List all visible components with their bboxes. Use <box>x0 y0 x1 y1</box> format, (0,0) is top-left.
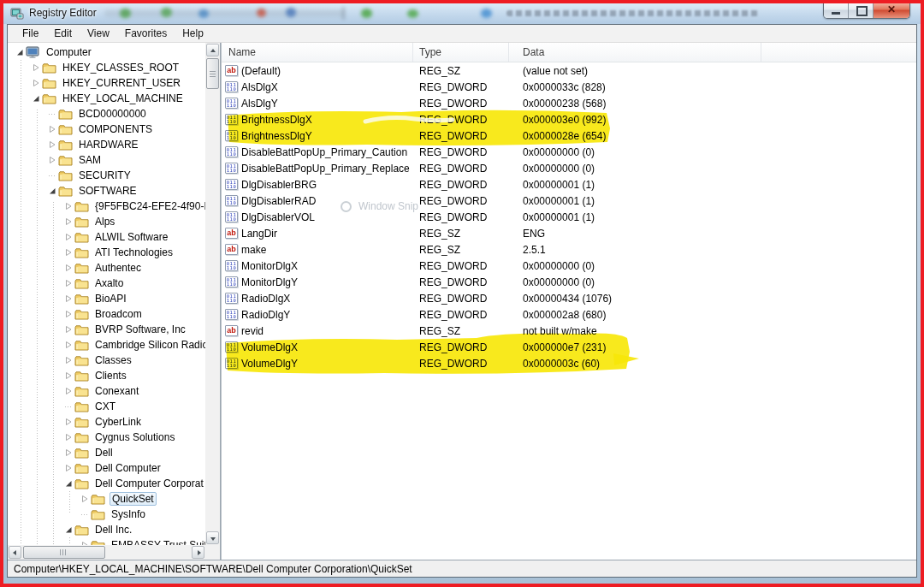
registry-value-default[interactable]: ab(Default)REG_SZ(value not set) <box>222 62 916 79</box>
value-type: REG_DWORD <box>413 114 509 126</box>
expander-icon[interactable] <box>65 383 74 399</box>
tree-item-label: BVRP Software, Inc <box>93 323 187 335</box>
registry-value-radiodlgx[interactable]: 011110RadioDlgXREG_DWORD0x00000434 (1076… <box>222 290 916 306</box>
expander-icon[interactable] <box>33 91 42 106</box>
scroll-up-button[interactable] <box>206 44 219 56</box>
menu-favorites[interactable]: Favorites <box>117 26 175 41</box>
registry-value-dlgdisablervol[interactable]: 011110DlgDisablerVOLREG_DWORD0x00000001 … <box>222 209 916 225</box>
registry-value-monitordlgx[interactable]: 011110MonitorDlgXREG_DWORD0x00000000 (0) <box>222 258 916 274</box>
expander-icon[interactable] <box>81 537 91 545</box>
registry-value-disablebattpopup-primary-replace[interactable]: 011110DisableBattPopUp_Primary_ReplaceRE… <box>222 160 916 176</box>
expander-icon[interactable] <box>65 445 74 460</box>
tree-vertical-scrollbar[interactable] <box>205 43 220 545</box>
registry-value-radiodlgy[interactable]: 011110RadioDlgYREG_DWORD0x000002a8 (680) <box>222 306 916 323</box>
minimize-button[interactable] <box>824 3 849 18</box>
scroll-down-button[interactable] <box>206 531 219 544</box>
expander-icon[interactable] <box>65 291 74 306</box>
menu-view[interactable]: View <box>80 26 117 41</box>
menu-edit[interactable]: Edit <box>46 26 80 41</box>
close-button[interactable] <box>874 3 909 18</box>
expander-icon[interactable] <box>65 476 74 491</box>
expander-icon[interactable] <box>81 491 91 507</box>
expander-icon[interactable] <box>65 368 74 383</box>
expander-icon[interactable] <box>33 60 42 75</box>
expander-icon[interactable] <box>65 414 74 430</box>
expander-icon[interactable] <box>49 137 58 152</box>
expander-icon[interactable] <box>65 322 74 337</box>
expander-icon[interactable] <box>33 75 42 91</box>
registry-value-langdir[interactable]: abLangDirREG_SZENG <box>222 225 916 241</box>
expander-icon[interactable] <box>65 306 74 322</box>
expander-icon[interactable] <box>16 44 26 60</box>
tree-item-label: CyberLink <box>93 416 143 428</box>
titlebar-reflection <box>257 9 266 17</box>
registry-value-dlgdisablerbrg[interactable]: 011110DlgDisablerBRGREG_DWORD0x00000001 … <box>222 176 916 193</box>
registry-value-volumedlgy[interactable]: 011110VolumeDlgYREG_DWORD0x0000003c (60) <box>222 355 916 371</box>
titlebar-reflection <box>506 10 759 16</box>
value-name-cell: 011110DisableBattPopUp_Primary_Caution <box>222 146 413 158</box>
scroll-left-button[interactable] <box>9 546 21 559</box>
tree-item-hkey-classes-root[interactable]: HKEY_CLASSES_ROOT <box>8 60 205 75</box>
value-name: RadioDlgY <box>241 309 290 321</box>
expander-icon[interactable] <box>65 245 74 260</box>
folder-icon <box>74 354 91 366</box>
expander-icon[interactable] <box>65 199 74 214</box>
expander-icon[interactable] <box>65 430 74 445</box>
value-name-cell: abrevid <box>222 325 413 337</box>
tree-item-hkey-local-machine[interactable]: HKEY_LOCAL_MACHINE <box>8 91 205 106</box>
registry-value-monitordlgy[interactable]: 011110MonitorDlgYREG_DWORD0x00000000 (0) <box>222 274 916 290</box>
value-name-cell: 011110DisableBattPopUp_Primary_Replace <box>222 163 413 175</box>
expander-icon[interactable] <box>65 522 74 537</box>
expander-icon[interactable] <box>65 460 74 476</box>
registry-value-make[interactable]: abmakeREG_SZ2.5.1 <box>222 241 916 258</box>
menu-file[interactable]: File <box>15 26 46 41</box>
tree-item-label: SOFTWARE <box>77 185 139 197</box>
string-value-icon: ab <box>225 244 238 255</box>
horizontal-scroll-thumb[interactable] <box>23 546 105 559</box>
window-controls <box>823 3 910 19</box>
titlebar[interactable]: Registry Editor <box>3 3 921 24</box>
column-header-data[interactable]: Data <box>509 43 761 62</box>
scroll-right-button[interactable] <box>192 546 204 559</box>
dword-value-icon: 011110 <box>225 276 238 288</box>
registry-value-volumedlgx[interactable]: 011110VolumeDlgXREG_DWORD0x000000e7 (231… <box>222 339 916 355</box>
value-name: AlsDlgX <box>241 81 278 93</box>
folder-icon <box>58 108 74 120</box>
registry-value-alsdlgx[interactable]: 011110AlsDlgXREG_DWORD0x0000033c (828) <box>222 79 916 95</box>
column-header-type[interactable]: Type <box>413 43 509 62</box>
expander-icon[interactable] <box>65 353 74 368</box>
column-header-name[interactable]: Name <box>222 43 413 62</box>
value-data: 0x00000000 (0) <box>509 260 916 272</box>
expander-icon[interactable] <box>49 183 58 199</box>
tree-item-hkey-current-user[interactable]: HKEY_CURRENT_USER <box>8 75 205 91</box>
tree-connector-dots <box>65 399 74 414</box>
registry-value-brightnessdlgx[interactable]: 011110BrightnessDlgXREG_DWORD0x000003e0 … <box>222 111 916 127</box>
registry-value-disablebattpopup-primary-caution[interactable]: 011110DisableBattPopUp_Primary_CautionRE… <box>222 144 916 160</box>
value-data: 0x0000028e (654) <box>509 130 916 142</box>
registry-value-brightnessdlgy[interactable]: 011110BrightnessDlgYREG_DWORD0x0000028e … <box>222 127 916 144</box>
tree-item-computer[interactable]: Computer <box>8 44 205 60</box>
value-type: REG_SZ <box>413 325 509 337</box>
value-name-cell: abmake <box>222 244 413 256</box>
registry-value-dlgdisablerrad[interactable]: 011110DlgDisablerRADREG_DWORD0x00000001 … <box>222 193 916 209</box>
expander-icon[interactable] <box>65 260 74 276</box>
registry-value-revid[interactable]: abrevidREG_SZnot built w/make <box>222 323 916 339</box>
folder-icon <box>74 216 91 228</box>
tree-horizontal-scrollbar[interactable] <box>8 545 205 560</box>
expander-icon[interactable] <box>65 229 74 245</box>
expander-icon[interactable] <box>65 276 74 291</box>
value-data: (value not set) <box>509 65 916 77</box>
value-type: REG_DWORD <box>413 309 509 321</box>
folder-icon <box>58 185 74 197</box>
expander-icon[interactable] <box>49 122 58 137</box>
menu-help[interactable]: Help <box>175 26 211 41</box>
expander-icon[interactable] <box>65 214 74 229</box>
registry-value-alsdlgy[interactable]: 011110AlsDlgYREG_DWORD0x00000238 (568) <box>222 95 916 111</box>
value-name-cell: 011110BrightnessDlgY <box>222 130 413 142</box>
vertical-scroll-thumb[interactable] <box>206 58 219 89</box>
maximize-button[interactable] <box>849 3 874 18</box>
dword-value-icon: 011110 <box>225 260 238 271</box>
folder-icon <box>58 169 74 181</box>
expander-icon[interactable] <box>49 152 58 168</box>
expander-icon[interactable] <box>65 337 74 353</box>
